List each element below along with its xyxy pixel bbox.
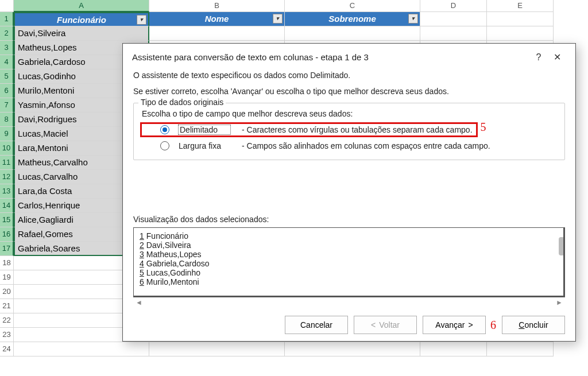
scroll-left-icon[interactable]: ◄ [136,299,142,307]
row-header[interactable]: 18 [0,256,14,270]
scroll-right-icon[interactable]: ► [556,299,563,307]
column-header-D[interactable]: D [420,0,487,12]
back-label: Voltar [379,320,400,330]
header-label: Funcionário [57,15,106,25]
text-to-columns-wizard-dialog: Assistente para conversão de texto em co… [122,43,576,342]
next-label: Avançar [435,320,465,330]
intro-text-2: Se estiver correto, escolha 'Avançar' ou… [133,87,565,96]
dialog-button-row: Cancelar < Voltar Avançar > 6 Concluir [123,308,575,334]
cell[interactable] [420,26,487,41]
option-fixed-width-desc: - Campos são alinhados em colunas com es… [242,141,490,150]
cell[interactable] [420,12,487,26]
cell[interactable] [487,12,554,26]
dialog-titlebar: Assistente para conversão de texto em co… [123,44,575,69]
row-header[interactable]: 20 [0,285,14,299]
row-header[interactable]: 15 [0,213,14,227]
horizontal-scrollbar[interactable]: ◄ ► [133,297,565,308]
finish-button[interactable]: Concluir [502,316,565,334]
row-header[interactable]: 23 [0,328,14,342]
choose-label: Escolha o tipo de campo que melhor descr… [142,109,556,118]
finish-label: oncluir [524,320,548,330]
row-header[interactable]: 12 [0,170,14,184]
group-legend: Tipo de dados originais [138,98,226,107]
help-button[interactable]: ? [529,52,548,63]
vertical-scrollbar-thumb[interactable] [559,237,564,255]
cell-funcionario[interactable]: Davi,Silveira [14,26,149,41]
cell[interactable] [487,342,554,356]
table-header-nome: Nome ▾ [149,12,285,26]
row-header[interactable]: 16 [0,227,14,242]
header-label: Sobrenome [328,14,376,24]
cancel-button[interactable]: Cancelar [285,316,348,334]
row-header[interactable]: 22 [0,313,14,328]
option-delimited-label: Delimitado [179,125,230,134]
row-header[interactable]: 19 [0,270,14,285]
cell[interactable] [285,26,420,41]
radio-fixed-width[interactable] [160,141,169,150]
column-header-A[interactable]: A [14,0,149,12]
row-header[interactable]: 6 [0,84,14,98]
next-button[interactable]: Avançar > [423,316,486,334]
annotation-5: 5 [481,121,486,134]
row-header[interactable]: 8 [0,113,14,127]
option-fixed-width-label: Largura fixa [179,141,230,150]
filter-dropdown-icon[interactable]: ▾ [137,15,146,25]
table-header-funcionario: Funcionário ▾ [14,12,149,26]
original-data-type-group: Tipo de dados originais Escolha o tipo d… [133,103,565,160]
cell[interactable] [285,342,420,356]
column-headers-row: A B C D E [0,0,588,12]
data-preview-box[interactable]: 1Funcionário2Davi,Silveira3Matheus,Lopes… [133,227,565,297]
row-header[interactable]: 3 [0,41,14,55]
row-header[interactable]: 14 [0,199,14,213]
preview-row: 1Funcionário [140,231,558,241]
intro-text-1: O assistente de texto especificou os dad… [133,71,565,80]
column-header-C[interactable]: C [285,0,420,12]
row-header[interactable]: 24 [0,342,14,356]
row-header[interactable]: 4 [0,55,14,69]
filter-dropdown-icon[interactable]: ▾ [273,14,283,24]
row-header[interactable]: 7 [0,98,14,113]
row-header[interactable]: 17 [0,242,14,256]
next-gt: > [468,320,473,330]
preview-label: Visualização dos dados selecionados: [133,215,565,224]
header-label: Nome [205,14,229,24]
option-delimited-desc: - Caracteres como vírgulas ou tabulações… [242,125,473,134]
column-header-E[interactable]: E [487,0,554,12]
cell[interactable] [149,26,285,41]
preview-row: 3Matheus,Lopes [140,250,558,259]
back-button[interactable]: < Voltar [354,316,417,334]
cell[interactable] [14,342,149,356]
row-header[interactable]: 9 [0,127,14,141]
row-header[interactable]: 2 [0,26,14,41]
row-header[interactable]: 11 [0,156,14,170]
cell[interactable] [487,26,554,41]
row-header[interactable]: 10 [0,141,14,156]
filter-dropdown-icon[interactable]: ▾ [408,14,418,24]
row-header[interactable]: 21 [0,299,14,313]
cell[interactable] [149,342,285,356]
back-lt: < [371,320,376,330]
row-header[interactable]: 5 [0,69,14,84]
preview-row: 6Murilo,Mentoni [140,277,558,286]
row-header[interactable]: 1 [0,12,14,26]
table-header-sobrenome: Sobrenome ▾ [285,12,420,26]
finish-mnemonic: C [519,320,524,330]
preview-row: 5Lucas,Godinho [140,268,558,277]
close-button[interactable]: ✕ [548,52,566,63]
option-delimited-row[interactable]: Delimitado - Caracteres como vírgulas ou… [142,124,476,135]
dialog-title: Assistente para conversão de texto em co… [132,52,529,62]
annotation-6: 6 [490,319,496,332]
option-fixed-width-row[interactable]: Largura fixa - Campos são alinhados em c… [142,141,556,150]
column-header-B[interactable]: B [149,0,285,12]
row-header[interactable]: 13 [0,184,14,199]
preview-row: 2Davi,Silveira [140,241,558,250]
radio-delimited[interactable] [160,125,169,134]
select-all-corner[interactable] [0,0,14,12]
cell[interactable] [420,342,487,356]
preview-row: 4Gabriela,Cardoso [140,259,558,268]
